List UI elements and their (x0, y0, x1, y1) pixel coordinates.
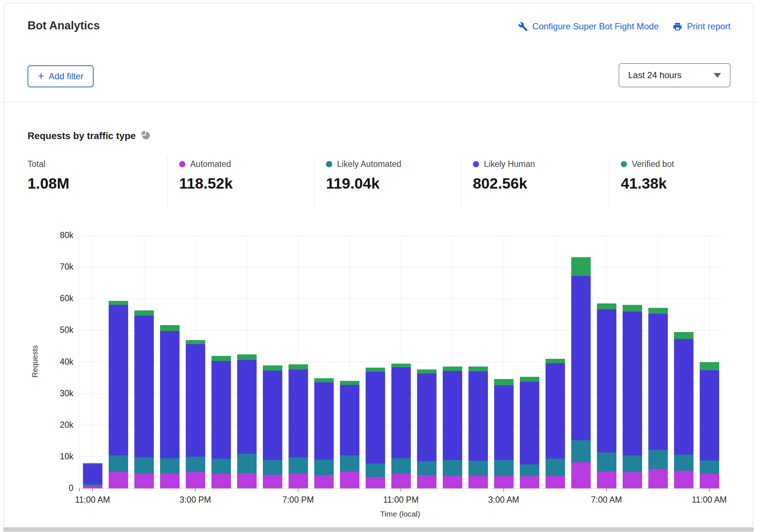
bar-hour-14[interactable] (443, 367, 462, 488)
bar-hour-4[interactable] (186, 340, 205, 488)
bar-hour-1[interactable] (109, 301, 128, 488)
segment-likely-human (700, 370, 719, 460)
stat-header: Likely Human (473, 159, 609, 169)
bar-hour-23[interactable] (674, 332, 693, 488)
segment-likely-human (468, 371, 488, 461)
plus-icon: + (38, 70, 44, 81)
x-axis-tick (401, 488, 401, 492)
segment-likely-automated (674, 455, 693, 471)
requests-stacked-bar-chart: 010k20k30k40k50k60k70k80k11:00 AM3:00 PM… (79, 236, 721, 488)
segment-verified-bot (263, 365, 282, 371)
segment-likely-human (340, 385, 359, 455)
bar-hour-9[interactable] (314, 378, 334, 488)
stat-value: 118.52k (179, 175, 314, 192)
segment-verified-bot (700, 362, 719, 370)
gridline-y (79, 236, 721, 236)
segment-verified-bot (443, 367, 462, 371)
x-tick-label: 11:00 AM (692, 495, 727, 505)
x-axis-tick (92, 488, 93, 492)
stat-likely-human: Likely Human802.56k (461, 157, 609, 208)
segment-likely-automated (186, 457, 205, 472)
bar-hour-5[interactable] (211, 356, 231, 488)
configure-super-bot-fight-mode-link[interactable]: Configure Super Bot Fight Mode (518, 21, 659, 32)
stat-label: Likely Human (484, 159, 535, 169)
x-tick-label: 3:00 PM (180, 495, 211, 505)
x-axis-tick (503, 488, 504, 492)
legend-dot-icon (621, 161, 627, 167)
bar-hour-16[interactable] (494, 379, 514, 488)
stat-header: Likely Automated (326, 159, 461, 169)
bar-hour-10[interactable] (340, 381, 359, 488)
bar-hour-21[interactable] (623, 305, 642, 488)
segment-verified-bot (289, 364, 308, 369)
segment-verified-bot (340, 381, 359, 385)
bar-hour-22[interactable] (648, 308, 668, 488)
bar-hour-13[interactable] (417, 369, 437, 488)
bar-hour-15[interactable] (468, 367, 488, 488)
wrench-icon (518, 22, 528, 32)
segment-automated (109, 472, 128, 488)
segment-automated (468, 476, 488, 488)
bar-hour-2[interactable] (134, 310, 154, 488)
section-title-row: Requests by traffic type (28, 130, 150, 142)
print-report-link[interactable]: Print report (673, 21, 731, 32)
segment-verified-bot (597, 303, 616, 309)
time-range-select[interactable]: Last 24 hours (619, 63, 731, 87)
segment-automated (263, 475, 282, 488)
segment-verified-bot (366, 368, 385, 372)
segment-likely-human (186, 344, 205, 457)
segment-automated (134, 474, 154, 488)
segment-verified-bot (314, 378, 334, 382)
y-tick-label: 60k (42, 294, 73, 303)
bar-hour-19[interactable] (571, 257, 591, 488)
bar-hour-17[interactable] (520, 377, 539, 488)
segment-likely-human (134, 316, 154, 458)
pie-chart-icon (141, 131, 150, 141)
stat-verified-bot: Verified bot41.38k (609, 157, 674, 208)
stat-value: 41.38k (621, 175, 674, 192)
bar-hour-18[interactable] (546, 359, 565, 488)
x-axis-tick (709, 488, 710, 492)
gridline-y (79, 267, 721, 267)
configure-link-label: Configure Super Bot Fight Mode (532, 21, 659, 32)
horizontal-scrollbar[interactable] (3, 527, 754, 532)
bar-hour-20[interactable] (597, 303, 616, 488)
segment-automated (314, 475, 334, 488)
bar-hour-6[interactable] (237, 354, 257, 488)
stat-label: Likely Automated (337, 159, 401, 169)
bar-hour-7[interactable] (263, 365, 282, 488)
segment-likely-automated (623, 455, 642, 472)
stat-likely-automated: Likely Automated119.04k (314, 157, 461, 208)
stat-label: Verified bot (632, 159, 674, 169)
segment-automated (700, 474, 719, 488)
segment-likely-automated (571, 440, 591, 462)
time-range-value: Last 24 hours (628, 70, 681, 80)
legend-dot-icon (473, 161, 479, 167)
segment-verified-bot (648, 308, 668, 314)
segment-verified-bot (134, 310, 154, 316)
segment-verified-bot (211, 356, 231, 361)
segment-likely-automated (546, 459, 565, 476)
segment-likely-automated (417, 461, 437, 475)
x-tick-label: 11:00 PM (383, 495, 419, 505)
segment-automated (571, 462, 591, 488)
segment-automated (160, 474, 180, 488)
bar-hour-3[interactable] (160, 325, 180, 488)
bar-hour-0[interactable] (83, 463, 102, 488)
bar-hour-12[interactable] (391, 364, 411, 488)
bar-hour-24[interactable] (700, 362, 719, 488)
segment-automated (494, 476, 514, 488)
y-tick-label: 70k (42, 262, 73, 272)
bar-hour-11[interactable] (366, 368, 385, 488)
y-tick-label: 80k (42, 230, 73, 240)
segment-likely-human (109, 305, 128, 455)
segment-verified-bot (237, 354, 257, 360)
add-filter-button[interactable]: + Add filter (28, 65, 94, 87)
bar-hour-8[interactable] (289, 364, 308, 488)
stat-value: 1.08M (28, 175, 167, 192)
segment-likely-human (597, 309, 616, 452)
segment-verified-bot (571, 257, 591, 276)
y-tick-label: 50k (42, 325, 73, 335)
segment-likely-automated (134, 458, 154, 474)
stat-automated: Automated118.52k (167, 157, 314, 208)
